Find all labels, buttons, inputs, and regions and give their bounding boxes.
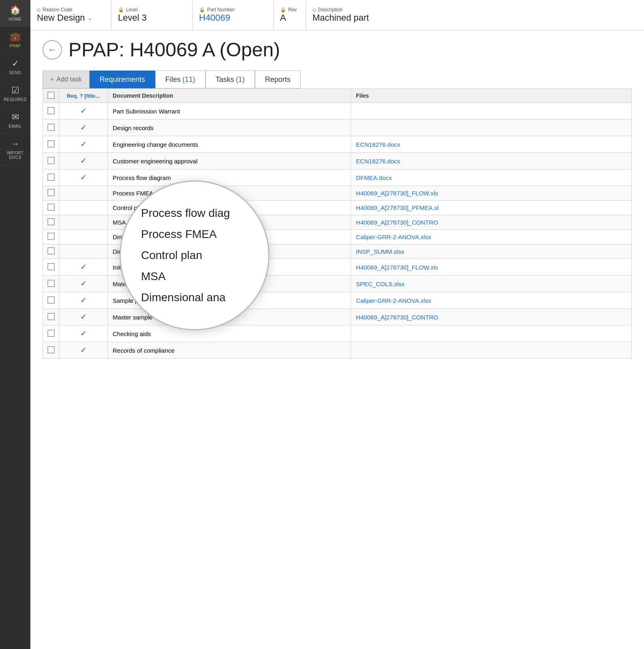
row-checkbox-cell — [43, 153, 59, 169]
req-filter-link[interactable]: Req. ? [filte... — [67, 93, 100, 99]
row-checkbox[interactable] — [47, 124, 55, 131]
lock-icon-3: 🔒 — [280, 7, 286, 13]
row-doc-description: Records of compliance — [108, 342, 351, 359]
header-checkbox[interactable] — [47, 92, 55, 99]
row-checkbox[interactable] — [47, 330, 55, 337]
row-req — [59, 186, 108, 201]
header-rev: 🔒 Rev A — [274, 0, 306, 30]
rev-label: 🔒 Rev — [280, 7, 299, 13]
row-files — [351, 326, 632, 342]
level-label: 🔒 Level — [118, 7, 186, 13]
table-row: Control planH40069_A[278730]_PFMEA.xl — [43, 201, 632, 215]
table-row: ✓Records of compliance — [43, 342, 632, 359]
file-link[interactable]: H40069_A[278730]_FLOW.xls — [356, 190, 438, 197]
content-area: ← PPAP: H40069 A (Open) + Add task Requi… — [30, 30, 644, 649]
checkmark-icon: ✓ — [80, 140, 86, 148]
file-link[interactable]: H40069_A[278730]_FLOW.xls — [356, 264, 438, 271]
add-task-button[interactable]: + Add task — [43, 71, 90, 88]
file-link[interactable]: H40069_A[278730]_PFMEA.xl — [356, 204, 439, 211]
row-checkbox-cell — [43, 186, 59, 201]
row-checkbox[interactable] — [47, 247, 55, 255]
tab-tasks[interactable]: Tasks (1) — [205, 71, 255, 88]
col-header-req: Req. ? [filte... — [59, 89, 108, 103]
page-title-row: ← PPAP: H40069 A (Open) — [43, 39, 632, 61]
checkmark-icon: ✓ — [80, 280, 86, 288]
checkmark-icon: ✓ — [80, 124, 86, 132]
tab-requirements[interactable]: Requirements — [90, 71, 155, 88]
magnify-overlay: Process flow diag Process FMEA Control p… — [120, 180, 270, 330]
tab-files[interactable]: Files (11) — [155, 71, 205, 88]
back-arrow-icon: ← — [48, 45, 57, 55]
sidebar-item-required[interactable]: ☑ REQUIRED — [0, 80, 30, 107]
checkmark-icon: ✓ — [80, 296, 86, 304]
checkmark-icon: ✓ — [80, 313, 86, 321]
file-link[interactable]: SPEC_COLS.xlsx — [356, 281, 404, 287]
header-part-number: 🔒 Part Number H40069 — [193, 0, 274, 30]
row-checkbox-cell — [43, 326, 59, 342]
sidebar-item-home[interactable]: 🏠 HOME — [0, 0, 30, 27]
checkmark-icon: ✓ — [80, 173, 86, 182]
row-req — [59, 201, 108, 215]
row-checkbox[interactable] — [47, 173, 55, 181]
file-link[interactable]: ECN18276.docx — [356, 141, 400, 148]
tab-reports[interactable]: Reports — [255, 71, 301, 88]
row-checkbox[interactable] — [47, 280, 55, 287]
row-files: H40069_A[278730]_CONTRO — [351, 309, 632, 326]
row-files: Caliper-GRR-2-ANOVA.xlsx — [351, 230, 632, 244]
row-checkbox[interactable] — [47, 313, 55, 320]
row-checkbox-cell — [43, 169, 59, 186]
row-checkbox[interactable] — [47, 140, 55, 148]
row-files: SPEC_COLS.xlsx — [351, 276, 632, 292]
row-doc-description: Part Submission Warrant — [108, 103, 351, 120]
file-link[interactable]: Caliper-GRR-2-ANOVA.xlsx — [356, 297, 431, 304]
magnify-item-5: Dimensional ana — [141, 289, 248, 306]
col-header-doc: Document Description — [108, 89, 351, 103]
file-link[interactable]: Caliper-GRR-2-ANOVA.xlsx — [356, 233, 431, 240]
row-checkbox-cell — [43, 244, 59, 259]
row-req — [59, 244, 108, 259]
row-checkbox-cell — [43, 342, 59, 359]
row-files: H40069_A[278730]_FLOW.xls — [351, 259, 632, 276]
file-link[interactable]: ECN18276.docx — [356, 158, 400, 165]
table-row: Process FMEAH40069_A[278730]_FLOW.xls — [43, 186, 632, 201]
magnify-item-2: Process FMEA — [141, 226, 248, 243]
reason-code-value[interactable]: New Design ⌄ — [37, 13, 105, 23]
row-checkbox[interactable] — [47, 346, 55, 353]
file-link[interactable]: DFMEA.docx — [356, 174, 392, 181]
file-link[interactable]: H40069_A[278730]_CONTRO — [356, 219, 438, 226]
sidebar-item-send[interactable]: ✓ SEND — [0, 54, 30, 80]
row-checkbox[interactable] — [47, 203, 55, 211]
row-checkbox[interactable] — [47, 157, 55, 164]
sidebar-item-email[interactable]: ✉ EMAIL — [0, 107, 30, 134]
sidebar-item-ppap[interactable]: 💼 PPAP — [0, 27, 30, 54]
row-req: ✓ — [59, 309, 108, 326]
file-link[interactable]: H40069_A[278730]_CONTRO — [356, 314, 438, 321]
row-checkbox[interactable] — [47, 263, 55, 270]
back-button[interactable]: ← — [43, 40, 62, 60]
row-checkbox-cell — [43, 201, 59, 215]
table-row: ✓Process flow diagramDFMEA.docx — [43, 169, 632, 186]
row-doc-description: Design records — [108, 120, 351, 136]
header-reason-code: ◇ Reason Code New Design ⌄ — [30, 0, 111, 30]
row-checkbox[interactable] — [47, 189, 55, 196]
send-icon: ✓ — [12, 58, 19, 69]
col-header-files: Files — [351, 89, 632, 103]
sidebar-label-import-docs: IMPORTDOCS — [7, 151, 24, 160]
row-checkbox[interactable] — [47, 107, 55, 114]
row-checkbox[interactable] — [47, 296, 55, 304]
row-checkbox-cell — [43, 292, 59, 309]
tag-icon: ◇ — [37, 7, 41, 13]
table-header-row: Req. ? [filte... Document Description Fi… — [43, 89, 632, 103]
checkmark-icon: ✓ — [80, 107, 86, 115]
row-req: ✓ — [59, 136, 108, 153]
row-files — [351, 342, 632, 359]
import-docs-icon: → — [11, 139, 20, 149]
tasks-badge: (1) — [236, 75, 245, 84]
file-link[interactable]: INSP_SUMM.xlsx — [356, 248, 404, 255]
row-files: ECN18276.docx — [351, 153, 632, 169]
part-number-value[interactable]: H40069 — [199, 13, 267, 23]
sidebar-item-import-docs[interactable]: → IMPORTDOCS — [0, 134, 30, 165]
row-checkbox[interactable] — [47, 233, 55, 240]
table-row: ✓Part Submission Warrant — [43, 103, 632, 120]
row-checkbox[interactable] — [47, 218, 55, 225]
